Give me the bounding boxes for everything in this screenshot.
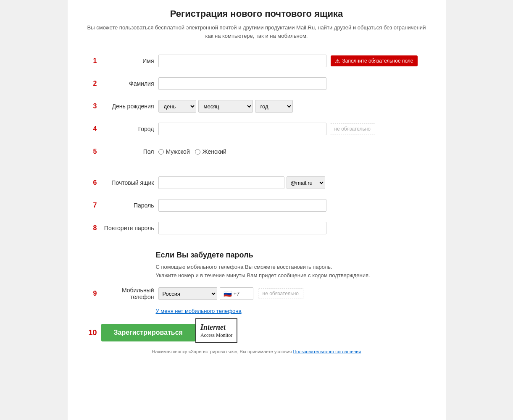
city-input[interactable] bbox=[158, 123, 326, 135]
name-input[interactable] bbox=[158, 55, 326, 67]
gender-options: Мужской Женский bbox=[158, 148, 226, 155]
step-num-10: 10 bbox=[84, 328, 97, 337]
recovery-title: Если Вы забудете пароль bbox=[156, 251, 429, 260]
field-label-gender: Пол bbox=[100, 148, 154, 155]
field-row-password-confirm: 8 Повторите пароль bbox=[84, 220, 429, 236]
field-row-phone: 9 Мобильный телефон Россия Украина Белар… bbox=[84, 285, 429, 302]
field-label-birthday: День рождения bbox=[100, 103, 154, 110]
field-row-city: 4 Город не обязательно bbox=[84, 121, 429, 137]
gender-female-option[interactable]: Женский bbox=[195, 148, 226, 155]
gender-male-radio[interactable] bbox=[158, 149, 164, 155]
phone-country-select[interactable]: Россия Украина Беларусь Казахстан bbox=[158, 287, 217, 300]
badge-title: Internet bbox=[200, 323, 232, 332]
step-num-7: 7 bbox=[84, 202, 97, 209]
field-label-password-confirm: Повторите пароль bbox=[100, 225, 154, 231]
field-row-birthday: 3 День рождения день 12345 678910 111213… bbox=[84, 98, 429, 115]
password-confirm-input[interactable] bbox=[158, 222, 326, 234]
birthday-year-select[interactable]: год 2014201320122011 2010200520001995 19… bbox=[255, 100, 293, 113]
password-recovery-section: Если Вы забудете пароль С помощью мобиль… bbox=[84, 251, 429, 279]
field-label-city: Город bbox=[100, 126, 154, 132]
field-row-password: 7 Пароль bbox=[84, 197, 429, 214]
step-num-4: 4 bbox=[84, 125, 97, 133]
city-optional-label: не обязательно bbox=[330, 123, 376, 134]
phone-prefix-display: 🇷🇺 +7 bbox=[220, 287, 253, 300]
field-label-name: Имя bbox=[100, 58, 154, 64]
step-num-3: 3 bbox=[84, 102, 97, 110]
step-num-1: 1 bbox=[84, 57, 97, 65]
registration-form: 1 Имя ⚠ Заполните обязательное поле 2 Фа… bbox=[84, 52, 429, 354]
gender-male-option[interactable]: Мужской bbox=[158, 148, 190, 155]
field-row-surname: 2 Фамилия bbox=[84, 75, 429, 92]
terms-text: Нажимая кнопку «Зарегистрироваться», Вы … bbox=[84, 349, 429, 354]
field-row-name: 1 Имя ⚠ Заполните обязательное поле bbox=[84, 52, 429, 69]
badge-sub: Access Monitor bbox=[200, 332, 232, 339]
field-label-phone: Мобильный телефон bbox=[100, 287, 154, 300]
step-num-8: 8 bbox=[84, 224, 97, 232]
terms-link[interactable]: Пользовательского соглашения bbox=[293, 349, 361, 354]
page-subtitle: Вы сможете пользоваться бесплатной элект… bbox=[84, 24, 429, 40]
name-error-text: Заполните обязательное поле bbox=[342, 58, 413, 64]
field-label-password: Пароль bbox=[100, 202, 154, 209]
field-row-gender: 5 Пол Мужской Женский bbox=[84, 143, 429, 160]
register-row: 10 Зарегистрироваться Internet Access Mo… bbox=[84, 323, 429, 343]
terms-text-before: Нажимая кнопку «Зарегистрироваться», Вы … bbox=[152, 349, 293, 354]
internet-monitor-badge: Internet Access Monitor bbox=[195, 318, 237, 343]
field-label-email: Почтовый ящик bbox=[100, 179, 154, 186]
gender-female-label: Женский bbox=[203, 148, 226, 155]
password-input[interactable] bbox=[158, 199, 326, 212]
phone-input-group: Россия Украина Беларусь Казахстан 🇷🇺 +7 … bbox=[158, 287, 304, 300]
birthday-month-select[interactable]: месяц ЯнварьФевральМарт АпрельМайИюнь Ию… bbox=[198, 100, 253, 113]
step-num-9: 9 bbox=[84, 290, 97, 297]
gender-female-radio[interactable] bbox=[195, 149, 200, 155]
russia-flag-icon: 🇷🇺 bbox=[224, 290, 232, 298]
no-phone-link[interactable]: У меня нет мобильного телефона bbox=[156, 308, 429, 314]
surname-input[interactable] bbox=[158, 77, 326, 90]
phone-prefix-text: +7 bbox=[234, 291, 240, 297]
register-button[interactable]: Зарегистрироваться bbox=[101, 324, 195, 341]
name-error-badge: ⚠ Заполните обязательное поле bbox=[331, 55, 418, 66]
page-title: Регистрация нового почтового ящика bbox=[84, 8, 429, 19]
step-num-5: 5 bbox=[84, 148, 97, 155]
recovery-desc: С помощью мобильного телефона Вы сможете… bbox=[156, 263, 408, 279]
step-num-6: 6 bbox=[84, 179, 97, 186]
email-input[interactable] bbox=[158, 176, 284, 189]
phone-optional-label: не обязательно bbox=[258, 288, 304, 299]
warning-icon: ⚠ bbox=[335, 58, 340, 64]
field-label-surname: Фамилия bbox=[100, 80, 154, 87]
field-row-email: 6 Почтовый ящик @mail.ru @inbox.ru @list… bbox=[84, 174, 429, 191]
gender-male-label: Мужской bbox=[166, 148, 190, 155]
birthday-day-select[interactable]: день 12345 678910 1112131415 1617181920 … bbox=[158, 100, 196, 113]
email-domain-select[interactable]: @mail.ru @inbox.ru @list.ru @bk.ru bbox=[287, 176, 325, 189]
step-num-2: 2 bbox=[84, 80, 97, 87]
email-input-group: @mail.ru @inbox.ru @list.ru @bk.ru bbox=[158, 176, 325, 189]
